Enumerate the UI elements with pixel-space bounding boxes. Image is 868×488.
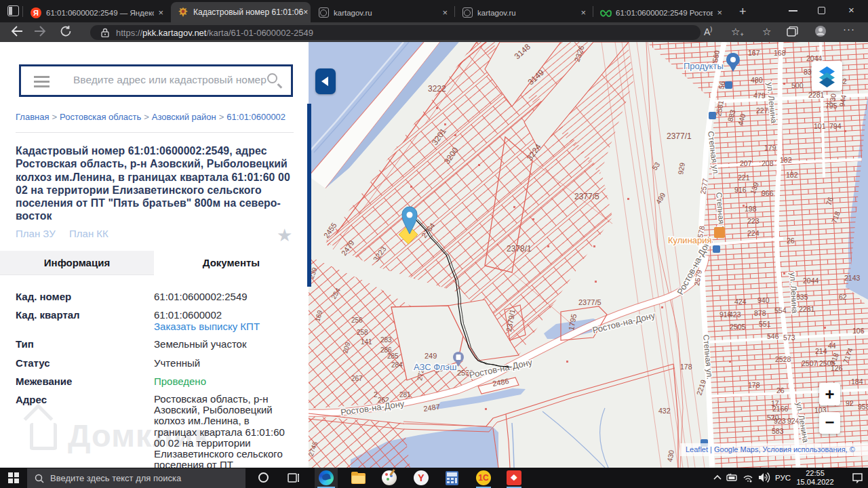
svg-text:2281: 2281 — [808, 91, 825, 99]
svg-text:92: 92 — [846, 399, 854, 407]
svg-text:573: 573 — [783, 333, 795, 342]
svg-text:141: 141 — [361, 338, 372, 346]
svg-text:2377/5: 2377/5 — [578, 298, 601, 306]
svg-text:221: 221 — [738, 174, 750, 182]
svg-text:258: 258 — [357, 329, 368, 336]
svg-text:182: 182 — [786, 171, 798, 179]
svg-text:551: 551 — [759, 320, 771, 328]
svg-text:Кулинария: Кулинария — [668, 235, 712, 245]
svg-text:966: 966 — [762, 189, 774, 197]
svg-text:583: 583 — [772, 427, 784, 435]
svg-text:224: 224 — [747, 229, 760, 237]
svg-text:Продукты: Продукты — [684, 61, 724, 71]
svg-text:916: 916 — [734, 186, 747, 194]
svg-text:2528: 2528 — [775, 355, 791, 363]
svg-text:480: 480 — [751, 76, 763, 84]
svg-text:554: 554 — [774, 306, 787, 314]
svg-text:256: 256 — [351, 317, 363, 324]
svg-text:2507: 2507 — [802, 359, 818, 367]
svg-text:2044: 2044 — [803, 277, 819, 285]
svg-text:2377/5: 2377/5 — [574, 192, 599, 201]
svg-text:26: 26 — [787, 237, 795, 245]
svg-text:267: 267 — [351, 375, 363, 382]
svg-text:940: 940 — [757, 296, 770, 304]
svg-text:179: 179 — [764, 144, 776, 152]
svg-text:56: 56 — [717, 81, 726, 90]
svg-text:184: 184 — [851, 378, 863, 386]
svg-text:198: 198 — [745, 205, 757, 213]
svg-text:424: 424 — [734, 298, 747, 306]
svg-text:794: 794 — [829, 122, 842, 130]
svg-text:284: 284 — [391, 361, 403, 369]
svg-text:958: 958 — [858, 403, 868, 411]
svg-text:3222: 3222 — [428, 84, 446, 94]
svg-text:178: 178 — [680, 363, 692, 371]
svg-text:878: 878 — [754, 309, 766, 317]
svg-text:2505: 2505 — [730, 323, 746, 331]
svg-text:249: 249 — [425, 352, 437, 360]
svg-text:520: 520 — [767, 413, 779, 422]
svg-text:178: 178 — [748, 381, 760, 389]
svg-text:546: 546 — [767, 332, 779, 340]
svg-text:62: 62 — [839, 293, 847, 301]
svg-text:283: 283 — [380, 336, 392, 344]
svg-text:26: 26 — [776, 386, 785, 394]
svg-text:168: 168 — [774, 49, 786, 57]
svg-text:2377/1: 2377/1 — [667, 131, 692, 141]
svg-text:285: 285 — [387, 352, 399, 360]
svg-text:17: 17 — [771, 399, 779, 407]
svg-text:423: 423 — [729, 310, 741, 319]
svg-text:44: 44 — [828, 342, 836, 350]
svg-text:208: 208 — [762, 159, 774, 167]
svg-text:207: 207 — [740, 159, 752, 167]
svg-text:2143: 2143 — [844, 274, 861, 282]
svg-text:281: 281 — [399, 391, 411, 399]
svg-text:106: 106 — [852, 327, 865, 335]
svg-text:167: 167 — [748, 49, 760, 57]
svg-text:214: 214 — [815, 347, 827, 355]
svg-text:2378/1: 2378/1 — [507, 244, 532, 253]
svg-text:2281: 2281 — [799, 305, 815, 313]
svg-text:АЗС Флэш: АЗС Флэш — [414, 362, 456, 372]
svg-text:101: 101 — [814, 122, 826, 130]
svg-text:500: 500 — [791, 81, 804, 89]
svg-text:182: 182 — [780, 156, 792, 164]
svg-text:479: 479 — [753, 92, 766, 100]
svg-text:432: 432 — [658, 407, 671, 415]
svg-text:223: 223 — [747, 217, 760, 225]
